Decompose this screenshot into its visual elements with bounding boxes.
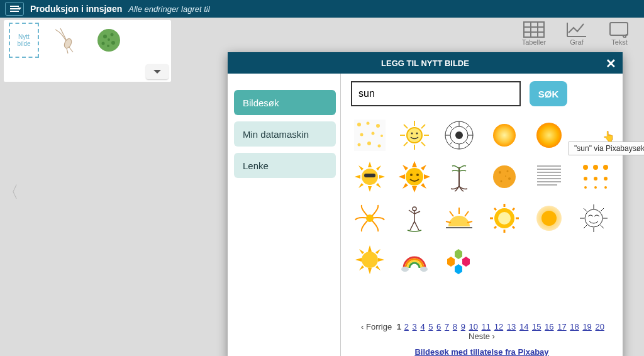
tool-graph[interactable]: Graf (561, 21, 592, 46)
modal-close-button[interactable]: ✕ (606, 56, 616, 71)
pagination-next[interactable]: Neste › (469, 331, 495, 341)
pagination-page[interactable]: 15 (532, 322, 541, 331)
result-sun-swirl[interactable] (351, 199, 389, 237)
result-sun-cool[interactable] (351, 158, 389, 196)
result-sun-basic[interactable] (351, 241, 389, 279)
svg-marker-124 (378, 258, 384, 262)
result-text-block[interactable] (530, 158, 568, 196)
pagination-page[interactable]: 20 (595, 322, 604, 331)
svg-point-4 (102, 42, 105, 45)
result-sun-soft[interactable] (486, 116, 523, 154)
svg-point-71 (499, 171, 501, 174)
add-image-modal: LEGG TIL NYTT BILDE ✕ Bildesøk Min datam… (228, 52, 623, 356)
pagination-current: 1 (397, 322, 401, 331)
result-sun-face[interactable] (396, 158, 433, 196)
tool-text[interactable]: Tekst (604, 21, 635, 46)
new-image-tile[interactable]: Nytt bilde (9, 23, 39, 58)
search-button[interactable]: SØK (530, 81, 567, 106)
result-sun-texture[interactable] (486, 158, 523, 196)
tab-label: Min datamaskin (243, 129, 309, 140)
expand-panel-button[interactable] (146, 64, 169, 79)
tab-my-computer[interactable]: Min datamaskin (234, 121, 336, 147)
svg-point-84 (593, 165, 598, 170)
pagination-page[interactable]: 10 (469, 322, 478, 331)
tab-link[interactable]: Lenke (234, 153, 336, 178)
svg-marker-63 (421, 183, 426, 189)
svg-point-93 (413, 207, 416, 211)
result-tree-roots[interactable] (440, 158, 478, 196)
result-hex-flowers[interactable] (440, 241, 478, 279)
thumb-copepod[interactable] (50, 25, 82, 56)
svg-marker-133 (447, 257, 455, 267)
svg-marker-127 (375, 249, 380, 254)
modal-tabs: Bildesøk Min datamaskin Lenke (228, 74, 341, 356)
tool-label: Graf (570, 38, 583, 46)
svg-line-119 (601, 208, 604, 211)
svg-point-73 (508, 177, 511, 180)
pagination-page[interactable]: 9 (461, 322, 465, 331)
result-pattern[interactable] (351, 116, 389, 154)
result-sun-blur[interactable] (530, 199, 568, 237)
svg-line-96 (465, 211, 469, 216)
result-sun-smile[interactable] (396, 116, 433, 154)
svg-point-6 (107, 45, 109, 47)
pagination-page[interactable]: 5 (428, 322, 433, 331)
svg-marker-61 (424, 174, 430, 179)
result-rainbow[interactable] (396, 241, 433, 279)
svg-marker-60 (399, 174, 405, 179)
svg-point-68 (416, 174, 419, 176)
pagination: ‹ Forrige 1 2 3 4 5 6 7 8 9 10 11 12 13 … (351, 322, 613, 341)
svg-point-70 (493, 165, 516, 188)
pagination-page[interactable]: 14 (519, 322, 528, 331)
text-icon (609, 21, 630, 38)
pagination-page[interactable]: 6 (436, 322, 441, 331)
pagination-page[interactable]: 17 (557, 322, 566, 331)
main-menu-button[interactable] (5, 2, 24, 16)
pagination-page[interactable]: 18 (570, 322, 579, 331)
result-mandala[interactable] (440, 116, 478, 154)
chevron-down-icon (18, 8, 21, 10)
svg-marker-58 (412, 161, 417, 167)
svg-point-37 (455, 131, 463, 139)
pagination-page[interactable]: 3 (413, 322, 417, 331)
pagination-page[interactable]: 13 (507, 322, 516, 331)
thumb-algae[interactable] (93, 25, 125, 56)
svg-line-43 (466, 142, 469, 145)
pagination-page[interactable]: 11 (482, 322, 491, 331)
svg-point-21 (358, 143, 361, 147)
svg-line-42 (449, 125, 452, 128)
result-sun-engraving[interactable] (575, 199, 613, 237)
pagination-page[interactable]: 12 (494, 322, 503, 331)
svg-marker-62 (402, 165, 408, 170)
svg-line-118 (601, 225, 604, 228)
pagination-page[interactable]: 8 (453, 322, 457, 331)
prev-slide-arrow[interactable]: 〈 (3, 181, 19, 203)
pagination-page[interactable]: 16 (545, 322, 553, 331)
pagination-prev[interactable]: ‹ Forrige (361, 322, 392, 331)
svg-marker-55 (358, 183, 364, 188)
result-sunrise[interactable] (440, 199, 478, 237)
result-sun-ring[interactable] (486, 199, 523, 237)
result-pattern-dots[interactable] (575, 158, 613, 196)
insert-panel: Nytt bilde (4, 20, 171, 82)
result-dancer[interactable] (396, 199, 433, 237)
pagination-page[interactable]: 4 (420, 322, 425, 331)
svg-point-90 (594, 186, 597, 189)
pagination-page[interactable]: 7 (445, 322, 449, 331)
svg-point-87 (594, 177, 597, 181)
svg-point-0 (63, 38, 73, 50)
attribution-link[interactable]: Bildesøk med tillatelse fra Pixabay (414, 347, 548, 356)
pagination-page[interactable]: 19 (582, 322, 591, 331)
graph-icon (566, 21, 587, 38)
svg-point-111 (541, 211, 557, 226)
svg-marker-53 (376, 183, 381, 188)
svg-point-74 (500, 181, 502, 182)
result-sun-glow[interactable] (530, 116, 568, 154)
chevron-down-icon (153, 70, 161, 74)
svg-point-92 (366, 214, 374, 222)
tool-tables[interactable]: Tabeller (518, 21, 550, 46)
search-input[interactable] (351, 81, 521, 106)
tab-image-search[interactable]: Bildesøk (234, 90, 336, 115)
svg-point-7 (108, 38, 110, 41)
pagination-page[interactable]: 2 (404, 322, 409, 331)
